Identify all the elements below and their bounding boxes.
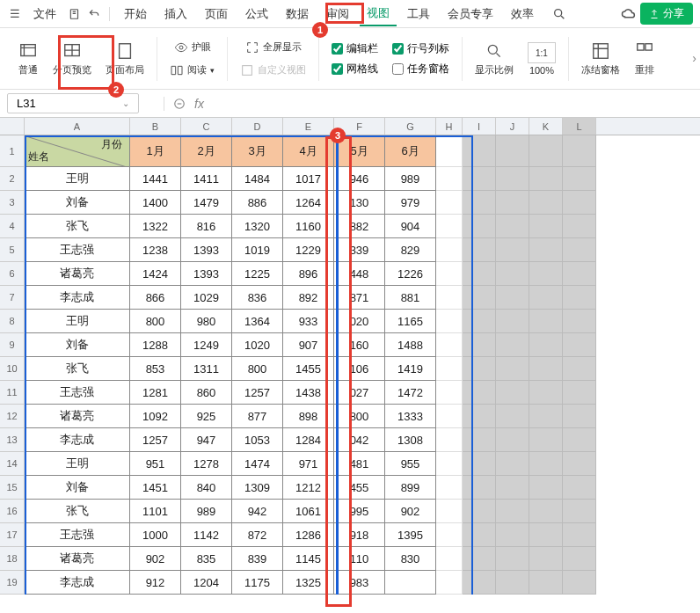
data-cell[interactable]: 872 (232, 523, 283, 547)
row-header[interactable]: 13 (0, 428, 25, 452)
name-cell[interactable]: 李志成 (25, 428, 130, 452)
data-cell[interactable]: 899 (385, 476, 436, 500)
name-cell[interactable]: 王明 (25, 167, 130, 191)
data-cell[interactable]: 829 (385, 238, 436, 262)
data-cell[interactable]: 1364 (232, 310, 283, 333)
data-cell[interactable]: 339 (334, 238, 385, 262)
month-header-cell[interactable]: 4月 (283, 135, 334, 167)
tab-tools[interactable]: 工具 (400, 3, 437, 26)
name-cell[interactable]: 张飞 (25, 357, 130, 381)
name-cell[interactable]: 王志强 (25, 523, 130, 547)
diagonal-header-cell[interactable]: 月份姓名 (25, 135, 130, 167)
check-gridlines[interactable]: 网格线 (332, 62, 378, 77)
data-cell[interactable]: 1438 (283, 381, 334, 405)
data-cell[interactable]: 1288 (130, 333, 181, 357)
data-cell[interactable]: 160 (334, 333, 385, 357)
tab-efficiency[interactable]: 效率 (504, 3, 541, 26)
tab-member[interactable]: 会员专享 (441, 3, 500, 26)
data-cell[interactable]: 983 (334, 571, 385, 595)
data-cell[interactable]: 886 (232, 191, 283, 215)
tab-data[interactable]: 数据 (279, 3, 316, 26)
fx-icon[interactable]: fx (194, 97, 204, 111)
data-cell[interactable]: 836 (232, 286, 283, 310)
month-header-cell[interactable]: 2月 (181, 135, 232, 167)
undo-icon[interactable] (86, 6, 102, 22)
data-cell[interactable]: 892 (283, 286, 334, 310)
month-header-cell[interactable]: 6月 (385, 135, 436, 167)
data-cell[interactable]: 1395 (385, 523, 436, 547)
data-cell[interactable]: 1092 (130, 405, 181, 428)
view-normal-button[interactable]: 普通 (11, 37, 46, 80)
data-cell[interactable]: 912 (130, 571, 181, 595)
data-cell[interactable]: 1322 (130, 215, 181, 238)
fullscreen-button[interactable]: 全屏显示 (233, 39, 313, 56)
data-cell[interactable]: 902 (385, 500, 436, 523)
data-cell[interactable]: 840 (181, 476, 232, 500)
data-cell[interactable]: 1226 (385, 262, 436, 286)
data-cell[interactable]: 1455 (283, 357, 334, 381)
tab-view[interactable]: 视图 (360, 2, 397, 26)
check-rowcol[interactable]: 行号列标 (392, 41, 449, 56)
name-cell[interactable]: 刘备 (25, 191, 130, 215)
row-header[interactable]: 11 (0, 381, 25, 405)
data-cell[interactable]: 1029 (181, 286, 232, 310)
data-cell[interactable]: 042 (334, 428, 385, 452)
data-cell[interactable]: 933 (283, 310, 334, 333)
cloud-icon[interactable] (621, 6, 637, 22)
name-cell[interactable]: 张飞 (25, 500, 130, 523)
data-cell[interactable]: 1278 (181, 452, 232, 476)
data-cell[interactable]: 1488 (385, 333, 436, 357)
data-cell[interactable]: 1257 (130, 428, 181, 452)
data-cell[interactable]: 955 (385, 452, 436, 476)
tab-start[interactable]: 开始 (117, 3, 154, 26)
row-header[interactable]: 16 (0, 500, 25, 523)
custom-view-button[interactable]: 自定义视图 (233, 62, 313, 79)
data-cell[interactable]: 1175 (232, 571, 283, 595)
col-header[interactable]: E (283, 118, 334, 135)
data-cell[interactable]: 130 (334, 191, 385, 215)
data-cell[interactable]: 860 (181, 381, 232, 405)
col-header[interactable]: J (496, 118, 529, 135)
col-header[interactable]: H (436, 118, 463, 135)
data-cell[interactable]: 448 (334, 262, 385, 286)
data-cell[interactable]: 1474 (232, 452, 283, 476)
data-cell[interactable]: 902 (130, 547, 181, 571)
data-cell[interactable]: 1484 (232, 167, 283, 191)
data-cell[interactable]: 800 (232, 357, 283, 381)
data-cell[interactable]: 1286 (283, 523, 334, 547)
check-taskpane[interactable]: 任务窗格 (392, 62, 449, 77)
data-cell[interactable]: 027 (334, 381, 385, 405)
data-cell[interactable]: 1333 (385, 405, 436, 428)
data-cell[interactable]: 1419 (385, 357, 436, 381)
data-cell[interactable]: 925 (181, 405, 232, 428)
ribbon-scroll-right-icon[interactable]: › (692, 51, 696, 65)
data-cell[interactable]: 1145 (283, 547, 334, 571)
data-cell[interactable]: 904 (385, 215, 436, 238)
data-cell[interactable]: 1019 (232, 238, 283, 262)
row-header[interactable]: 7 (0, 286, 25, 310)
data-cell[interactable]: 907 (283, 333, 334, 357)
data-cell[interactable]: 839 (232, 547, 283, 571)
name-cell[interactable]: 王明 (25, 452, 130, 476)
data-cell[interactable]: 979 (385, 191, 436, 215)
data-cell[interactable]: 995 (334, 500, 385, 523)
data-cell[interactable]: 951 (130, 452, 181, 476)
data-cell[interactable]: 877 (232, 405, 283, 428)
month-header-cell[interactable]: 3月 (232, 135, 283, 167)
name-cell[interactable]: 张飞 (25, 215, 130, 238)
data-cell[interactable]: 1142 (181, 523, 232, 547)
data-cell[interactable]: 481 (334, 452, 385, 476)
row-header[interactable]: 1 (0, 135, 25, 167)
data-cell[interactable]: 1160 (283, 215, 334, 238)
view-page-layout-button[interactable]: 页面布局 (98, 37, 151, 80)
search-icon[interactable] (551, 6, 567, 22)
tab-insert[interactable]: 插入 (157, 3, 194, 26)
name-cell[interactable]: 诸葛亮 (25, 262, 130, 286)
data-cell[interactable]: 1320 (232, 215, 283, 238)
data-cell[interactable]: 1281 (130, 381, 181, 405)
row-header[interactable]: 19 (0, 571, 25, 595)
eye-protect-button[interactable]: 护眼 (163, 39, 222, 56)
row-header[interactable]: 15 (0, 476, 25, 500)
data-cell[interactable]: 110 (334, 547, 385, 571)
col-header[interactable]: B (130, 118, 181, 135)
